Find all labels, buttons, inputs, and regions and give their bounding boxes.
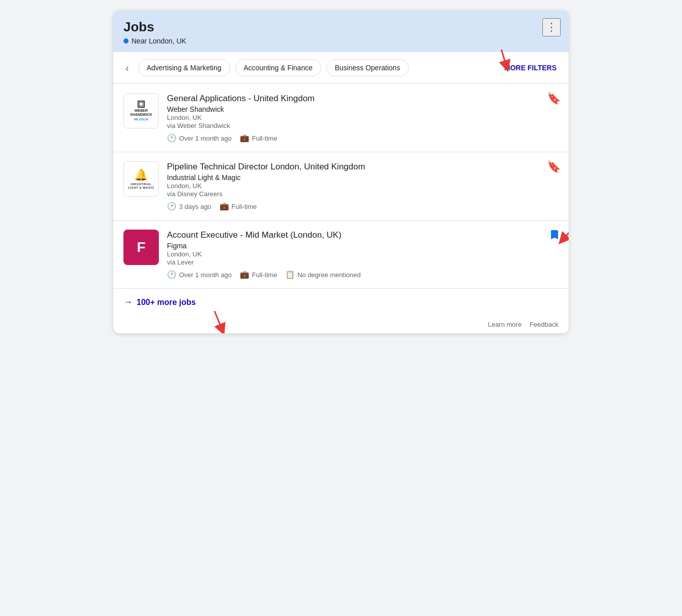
briefcase-icon: 💼 xyxy=(220,202,229,211)
degree-icon: 📋 xyxy=(285,270,295,279)
job-source: via Weber Shandwick xyxy=(167,122,559,129)
bookmark-button-3[interactable] xyxy=(548,229,561,244)
job-info-1: General Applications - United Kingdom We… xyxy=(167,93,559,143)
location-text: Near London, UK xyxy=(132,37,186,45)
job-source: via Lever xyxy=(167,258,559,266)
filter-chip-advertising[interactable]: Advertising & Marketing xyxy=(138,59,230,76)
job-degree: 📋 No degree mentioned xyxy=(285,270,361,279)
filter-chip-business[interactable]: Business Operations xyxy=(326,59,409,76)
ilm-logo: 🔔 INDUSTRIALLIGHT & MAGIC xyxy=(126,166,156,192)
job-item[interactable]: WEBERSHANDWICK WE SOLVE General Applicat… xyxy=(113,84,569,152)
job-list: WEBERSHANDWICK WE SOLVE General Applicat… xyxy=(113,84,569,288)
job-item[interactable]: 🔔 INDUSTRIALLIGHT & MAGIC Pipeline Techn… xyxy=(113,152,569,221)
header: Jobs Near London, UK ⋮ xyxy=(113,10,569,52)
bookmark-icon: 🔖 xyxy=(547,160,561,173)
page-title: Jobs xyxy=(123,19,559,35)
figma-logo-letter: F xyxy=(137,239,145,255)
job-company: Figma xyxy=(167,242,559,250)
job-type: 💼 Full-time xyxy=(240,134,277,143)
job-posted: 🕐 Over 1 month ago xyxy=(167,270,232,279)
job-posted: 🕐 Over 1 month ago xyxy=(167,134,232,143)
job-meta: 🕐 Over 1 month ago 💼 Full-time 📋 No degr… xyxy=(167,270,559,279)
job-title: General Applications - United Kingdom xyxy=(167,93,559,104)
job-posted: 🕐 3 days ago xyxy=(167,202,211,211)
company-logo-ws: WEBERSHANDWICK WE SOLVE xyxy=(123,93,159,128)
job-source: via Disney Careers xyxy=(167,190,559,198)
job-info-3: Account Executive - Mid Market (London, … xyxy=(167,230,559,279)
clock-icon: 🕐 xyxy=(167,202,177,211)
filters-row: ‹ Advertising & Marketing Accounting & F… xyxy=(113,52,569,84)
bookmark-filled-icon xyxy=(548,229,561,241)
more-filters-button[interactable]: MORE FILTERS xyxy=(500,62,561,74)
more-jobs-label: 100+ more jobs xyxy=(137,298,196,307)
job-type: 💼 Full-time xyxy=(220,202,257,211)
location-dot-icon xyxy=(123,38,129,43)
job-title: Pipeline Technical Director London, Unit… xyxy=(167,161,559,172)
header-menu-button[interactable]: ⋮ xyxy=(542,18,561,36)
job-title: Account Executive - Mid Market (London, … xyxy=(167,230,559,241)
company-logo-ilm: 🔔 INDUSTRIALLIGHT & MAGIC xyxy=(123,161,159,197)
job-location: London, UK xyxy=(167,182,559,190)
job-meta: 🕐 3 days ago 💼 Full-time xyxy=(167,202,559,211)
jobs-card: Jobs Near London, UK ⋮ ‹ Advertising & M… xyxy=(113,10,569,333)
bookmark-button-1[interactable]: 🔖 xyxy=(547,92,561,105)
job-location: London, UK xyxy=(167,250,559,258)
job-info-2: Pipeline Technical Director London, Unit… xyxy=(167,161,559,211)
filter-chip-accounting[interactable]: Accounting & Finance xyxy=(235,59,321,76)
ws-logo: WEBERSHANDWICK WE SOLVE xyxy=(128,99,154,123)
more-jobs-row: → 100+ more jobs xyxy=(113,288,569,316)
job-company: Industrial Light & Magic xyxy=(167,173,559,182)
job-location: London, UK xyxy=(167,114,559,121)
bookmark-icon: 🔖 xyxy=(547,92,561,105)
filter-back-button[interactable]: ‹ xyxy=(121,60,133,76)
bookmark-button-2[interactable]: 🔖 xyxy=(547,160,561,173)
company-logo-figma: F xyxy=(123,230,159,265)
clock-icon: 🕐 xyxy=(167,270,177,279)
job-type: 💼 Full-time xyxy=(240,270,277,279)
briefcase-icon: 💼 xyxy=(240,270,249,279)
more-jobs-arrow-icon: → xyxy=(123,297,133,307)
card-footer: Learn more Feedback xyxy=(113,316,569,333)
briefcase-icon: 💼 xyxy=(240,134,249,143)
job-item[interactable]: F Account Executive - Mid Market (London… xyxy=(113,221,569,288)
clock-icon: 🕐 xyxy=(167,134,177,143)
job-meta: 🕐 Over 1 month ago 💼 Full-time xyxy=(167,134,559,143)
job-company: Weber Shandwick xyxy=(167,105,559,113)
filters-section: ‹ Advertising & Marketing Accounting & F… xyxy=(113,52,569,84)
learn-more-link[interactable]: Learn more xyxy=(488,321,521,328)
feedback-link[interactable]: Feedback xyxy=(530,321,559,328)
more-jobs-link[interactable]: → 100+ more jobs xyxy=(123,297,196,307)
location-row: Near London, UK xyxy=(123,37,559,45)
ilm-logo-icon: 🔔 xyxy=(134,168,148,182)
